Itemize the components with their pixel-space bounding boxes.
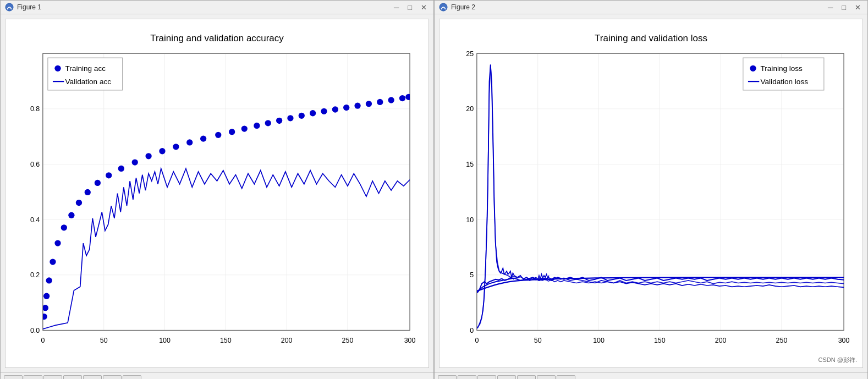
svg-point-64 — [388, 97, 394, 103]
chart1-title: Training and validation accuracy — [150, 33, 284, 43]
figure-1-title: Figure 1 — [17, 3, 41, 11]
save-button-2[interactable]: 💾 — [557, 375, 575, 379]
figure-1-title-bar: Figure 1 ─ □ ✕ — [1, 1, 433, 14]
svg-point-68 — [54, 65, 61, 72]
svg-point-60 — [343, 105, 349, 111]
figure-1-plot-area: Training and validation accuracy — [5, 19, 429, 368]
svg-point-46 — [173, 144, 179, 150]
svg-text:0: 0 — [470, 327, 474, 334]
svg-point-54 — [276, 118, 282, 124]
svg-point-61 — [354, 103, 360, 109]
svg-text:Training acc: Training acc — [65, 64, 106, 73]
svg-point-35 — [54, 240, 61, 246]
svg-point-43 — [132, 159, 138, 165]
svg-text:0.2: 0.2 — [30, 271, 40, 279]
svg-point-52 — [254, 123, 260, 129]
matplotlib-icon — [5, 3, 14, 12]
svg-point-45 — [159, 148, 165, 154]
home-button[interactable]: 🏠 — [4, 375, 23, 379]
svg-point-65 — [399, 95, 405, 101]
figure-2-title-bar: Figure 2 ─ □ ✕ — [435, 1, 867, 14]
svg-text:250: 250 — [776, 337, 788, 344]
svg-text:50: 50 — [100, 337, 108, 344]
watermark: CSDN @彭祥. — [818, 356, 857, 364]
svg-text:10: 10 — [466, 216, 474, 224]
svg-text:250: 250 — [342, 337, 354, 344]
matplotlib-icon-2 — [439, 3, 448, 12]
svg-point-62 — [366, 101, 372, 107]
chart2-title: Training and validation loss — [595, 33, 707, 43]
svg-text:0.0: 0.0 — [30, 327, 40, 334]
figure-1-controls: ─ □ ✕ — [392, 4, 429, 11]
svg-text:Validation acc: Validation acc — [65, 78, 112, 86]
svg-point-44 — [145, 153, 151, 159]
svg-point-37 — [68, 212, 74, 218]
minimize-button-2[interactable]: ─ — [826, 4, 835, 11]
svg-point-56 — [299, 113, 305, 119]
title-bar-left: Figure 1 — [5, 3, 41, 12]
home-button-2[interactable]: 🏠 — [438, 375, 457, 379]
svg-text:Validation loss: Validation loss — [761, 78, 809, 86]
svg-point-50 — [229, 129, 235, 135]
svg-point-36 — [61, 224, 67, 230]
svg-text:200: 200 — [715, 337, 727, 344]
svg-point-42 — [118, 166, 124, 172]
zoom-button[interactable]: 🔍 — [83, 375, 102, 379]
svg-point-47 — [186, 139, 193, 145]
svg-point-31 — [42, 305, 48, 311]
svg-point-48 — [200, 135, 206, 141]
figure-2-plot-area: Training and validation loss 0 — [439, 19, 863, 368]
svg-point-55 — [287, 115, 293, 121]
figure-2-controls: ─ □ ✕ — [826, 4, 863, 11]
svg-point-32 — [43, 293, 50, 299]
svg-point-38 — [76, 200, 82, 206]
forward-button-2[interactable]: → — [477, 375, 496, 379]
figure-2-toolbar: 🏠 ← → ✛ 🔍 ⊞ 💾 CSDN @彭祥. — [435, 372, 867, 379]
minimize-button[interactable]: ─ — [392, 4, 401, 11]
svg-rect-74 — [477, 53, 844, 330]
svg-text:150: 150 — [654, 337, 666, 344]
back-button[interactable]: ← — [24, 375, 42, 379]
svg-point-59 — [332, 106, 338, 112]
svg-point-39 — [85, 189, 91, 195]
svg-text:0.4: 0.4 — [30, 216, 40, 224]
svg-text:Training loss: Training loss — [761, 64, 803, 73]
svg-point-53 — [265, 120, 271, 126]
svg-text:100: 100 — [159, 337, 171, 344]
configure-button[interactable]: ⊞ — [103, 375, 122, 379]
zoom-button-2[interactable]: 🔍 — [517, 375, 536, 379]
svg-point-104 — [750, 65, 756, 72]
close-button[interactable]: ✕ — [419, 4, 429, 11]
configure-button-2[interactable]: ⊞ — [537, 375, 556, 379]
pan-button-2[interactable]: ✛ — [497, 375, 516, 379]
svg-point-49 — [215, 132, 221, 138]
svg-text:0.8: 0.8 — [30, 105, 40, 113]
forward-button[interactable]: → — [43, 375, 62, 379]
save-button[interactable]: 💾 — [123, 375, 141, 379]
close-button-2[interactable]: ✕ — [853, 4, 863, 11]
svg-text:300: 300 — [404, 337, 416, 344]
maximize-button-2[interactable]: □ — [839, 4, 848, 11]
figure-1-toolbar: 🏠 ← → ✛ 🔍 ⊞ 💾 — [1, 372, 433, 379]
svg-text:150: 150 — [220, 337, 232, 344]
svg-point-34 — [50, 259, 56, 265]
svg-text:5: 5 — [470, 271, 474, 279]
svg-point-33 — [46, 277, 52, 283]
svg-text:0.6: 0.6 — [30, 161, 40, 168]
svg-text:15: 15 — [466, 161, 474, 168]
figure-1-window: Figure 1 ─ □ ✕ Training and validation a… — [0, 0, 434, 379]
svg-text:50: 50 — [534, 337, 542, 344]
svg-rect-2 — [43, 53, 410, 330]
svg-text:25: 25 — [466, 50, 474, 58]
back-button-2[interactable]: ← — [458, 375, 476, 379]
svg-text:20: 20 — [466, 105, 474, 113]
figure-1-chart: Training and validation accuracy — [6, 19, 428, 367]
svg-point-57 — [310, 110, 316, 116]
svg-text:0: 0 — [41, 337, 45, 344]
maximize-button[interactable]: □ — [405, 4, 414, 11]
figure-2-window: Figure 2 ─ □ ✕ Training and validation l… — [434, 0, 868, 379]
svg-point-40 — [95, 180, 101, 186]
svg-text:200: 200 — [281, 337, 293, 344]
title-bar-2-left: Figure 2 — [439, 3, 475, 12]
pan-button[interactable]: ✛ — [63, 375, 82, 379]
